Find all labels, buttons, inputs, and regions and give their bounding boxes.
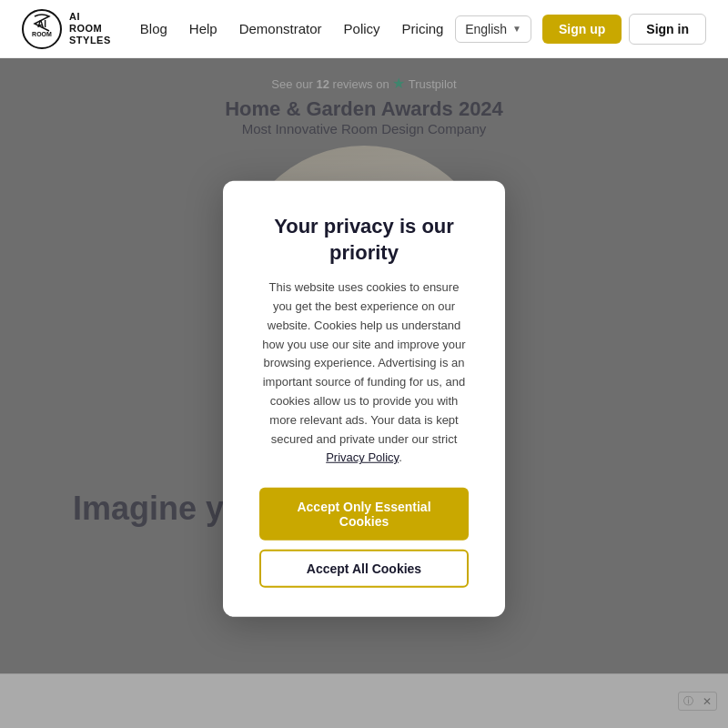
nav-links: Blog Help Demonstrator Policy Pricing [140, 21, 455, 36]
chevron-down-icon: ▼ [512, 24, 521, 34]
accept-all-button[interactable]: Accept All Cookies [259, 550, 469, 588]
nav-policy[interactable]: Policy [344, 21, 380, 36]
modal-body: This website uses cookies to ensure you … [259, 278, 469, 468]
language-selector[interactable]: English ▼ [455, 15, 531, 43]
nav-demonstrator[interactable]: Demonstrator [239, 21, 322, 36]
nav-help[interactable]: Help [189, 21, 217, 36]
accept-essential-button[interactable]: Accept Only Essential Cookies [259, 488, 469, 541]
signup-button[interactable]: Sign up [542, 15, 622, 44]
nav-blog[interactable]: Blog [140, 21, 167, 36]
navbar: AI ROOM AI ROOM STYLES Blog Help Demonst… [0, 0, 728, 58]
privacy-policy-link[interactable]: Privacy Policy [326, 450, 399, 464]
language-label: English [465, 22, 507, 36]
modal-title: Your privacy is our priority [259, 214, 469, 266]
svg-point-0 [23, 10, 61, 48]
svg-text:ROOM: ROOM [32, 31, 52, 37]
nav-pricing[interactable]: Pricing [402, 21, 444, 36]
cookie-modal: Your privacy is our priority This websit… [223, 181, 505, 617]
signin-button[interactable]: Sign in [629, 14, 706, 45]
logo[interactable]: AI ROOM AI ROOM STYLES [22, 9, 111, 49]
logo-text: AI ROOM STYLES [69, 11, 111, 47]
